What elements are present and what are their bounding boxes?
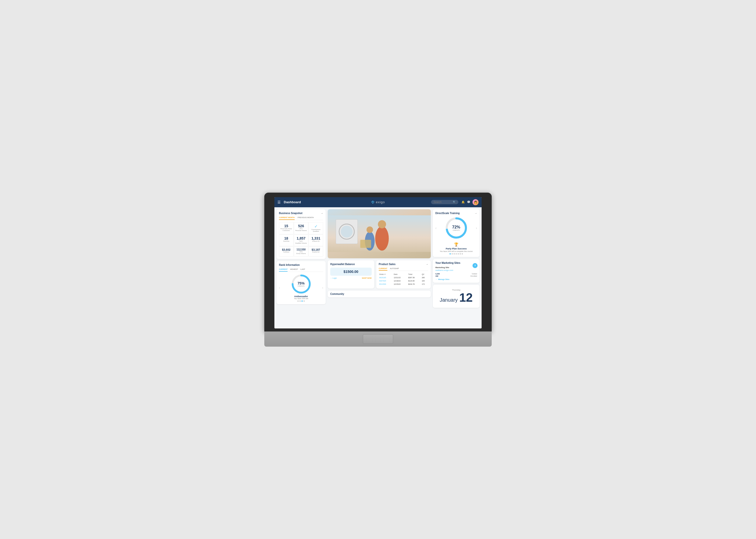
marketing-sites-card: Your Marketing Sites Marketing Site swil… (433, 259, 480, 283)
rank-circle: 75% COMPLETE (291, 274, 311, 294)
tab-highest-rank[interactable]: HIGHEST (290, 269, 298, 271)
menu-button[interactable]: ☰ (277, 200, 281, 204)
snapshot-arrow[interactable]: → (321, 212, 323, 215)
qv-3: 172 (422, 283, 428, 285)
rank-content: ‹ 75% COMPL (279, 274, 323, 302)
search-bar[interactable]: 🔍 (431, 200, 458, 204)
login-link[interactable]: → Login (330, 277, 337, 279)
share-button[interactable]: ⬆ (472, 263, 478, 268)
marketing-site-name: Marketing Site (435, 266, 477, 269)
order-link-2[interactable]: 6307925 (379, 279, 393, 282)
visited-label: Visited (472, 273, 477, 275)
gv-sub: (GV) (295, 251, 308, 253)
pac-value: 15 (280, 224, 293, 228)
rank-dot-3 (302, 300, 303, 302)
page-title: Dashboard (284, 200, 301, 204)
tab-current-rank[interactable]: CURRENT (279, 269, 288, 271)
sales-table: Order # Date Total QV 6629185 (379, 272, 428, 286)
enrolled-num: 182 (435, 275, 438, 277)
marketing-stat-enrolled: 182 Enrolled (435, 275, 477, 277)
order-link-1[interactable]: 6629185 (379, 276, 393, 279)
manage-sites-link[interactable]: → Manage Sites (435, 278, 477, 280)
trackpad[interactable] (363, 334, 393, 344)
svg-point-7 (341, 226, 353, 238)
training-dot-7 (462, 253, 463, 255)
training-next[interactable]: › (476, 226, 477, 230)
gv-label: Group Volume (295, 253, 308, 255)
hyperwallet-header: Hyperwallet Balance (330, 263, 372, 266)
qv-sub: (QV) (295, 240, 308, 242)
total-1: $397.58 (408, 276, 422, 279)
hyperwallet-actions: → Login SHOP NOW (330, 277, 372, 279)
chat-icon[interactable]: 💬 (467, 200, 470, 204)
date-3: 12/15/22 (394, 283, 408, 285)
pv-value: 526 (295, 224, 308, 228)
rank-circle-container: 75% COMPLETE Ambassador You have 25% lef… (281, 274, 321, 302)
qv-2: 100 (422, 279, 428, 282)
training-nav: DirectScale Training → (435, 212, 477, 215)
training-arrow[interactable]: → (475, 212, 477, 215)
shop-now-link[interactable]: SHOP NOW (362, 277, 372, 279)
hyperwallet-title: Hyperwallet Balance (330, 263, 355, 266)
tab-autoship-sales[interactable]: AUTOSHIP (390, 268, 399, 270)
hero-card: Holding Nature to a Higher Standard Dire… (328, 209, 431, 258)
fs-value: $3,602 (280, 248, 293, 251)
training-course-sub: You have 28% left to complete this cours… (435, 251, 477, 252)
training-card: DirectScale Training → ‹ (433, 209, 480, 257)
pv-sub: (PV) (295, 228, 308, 230)
svg-point-9 (378, 220, 386, 228)
total-2: $123.60 (408, 279, 422, 282)
svg-point-11 (367, 226, 373, 233)
rank-prev-button[interactable]: ‹ (279, 286, 280, 289)
rank-information-card: Rank Information CURRENT HIGHEST LAST ‹ (276, 261, 326, 304)
snapshot-cell-qv: 1,857 (QV) Qualified Volume (294, 235, 309, 246)
sales-tabs: CURRENT AUTOSHIP (379, 268, 428, 271)
bell-icon[interactable]: 🔔 (461, 200, 465, 204)
check-icon: ✓ (309, 224, 323, 229)
tab-current-sales[interactable]: CURRENT (379, 268, 387, 270)
snapshot-cell-fs: $3,602 FastStart (279, 246, 294, 257)
qv-value: 1,857 (295, 236, 308, 240)
search-icon: 🔍 (453, 201, 456, 203)
marketing-site-url[interactable]: swilliams.exigo.com (435, 269, 453, 271)
sqv2-label: Shared QV (309, 251, 323, 253)
avatar[interactable]: 👩 (472, 199, 479, 205)
sqv2-value: $3,187 (309, 248, 323, 251)
laptop-base (264, 332, 492, 346)
svg-point-8 (375, 226, 389, 251)
hero-image (328, 209, 431, 258)
col-total: Total (408, 273, 422, 276)
tab-previous-month[interactable]: PREVIOUS MONTH (298, 217, 314, 220)
rank-name: Ambassador (294, 295, 308, 298)
training-dot-4 (456, 253, 457, 255)
snapshot-cell-cq: ✓ Commissions Qualified (309, 222, 323, 235)
hyperwallet-amount: $1500.00 (332, 270, 370, 274)
training-prev[interactable]: ‹ (435, 226, 436, 230)
col-order: Order # (379, 273, 393, 276)
marketing-stat-visited: 4,200 Visited (435, 273, 477, 275)
order-link-3[interactable]: 6312936 (379, 283, 393, 285)
autoship-value: 18 (280, 236, 293, 240)
svg-rect-12 (360, 240, 371, 248)
total-3: $244.78 (408, 283, 422, 285)
date-card: Thursday January 12 (433, 285, 480, 308)
sqv-label: Shared QV (309, 240, 323, 242)
training-circle: 72% COMPLETE (445, 217, 468, 239)
table-header-row: Order # Date Total QV (379, 273, 428, 276)
bottom-row: Hyperwallet Balance $1500.00 → Login (328, 260, 431, 288)
left-column: Business Snapshot → CURRENT MONTH PREVIO… (276, 209, 326, 327)
qv-label: Qualified Volume (295, 242, 308, 244)
snapshot-tabs: CURRENT MONTH PREVIOUS MONTH (279, 217, 323, 220)
sales-arrow[interactable]: → (426, 263, 428, 266)
date-1: 12/21/22 (394, 276, 408, 279)
marketing-header: Your Marketing Sites (435, 262, 477, 264)
cq-label: Commissions Qualified (309, 229, 323, 233)
search-input[interactable] (433, 201, 451, 203)
tab-current-month[interactable]: CURRENT MONTH (279, 217, 295, 220)
rank-next-button[interactable]: › (322, 286, 323, 289)
rank-dot-2 (299, 300, 301, 302)
tab-last-rank[interactable]: LAST (300, 269, 305, 271)
trophy-icon: 🏆 (435, 242, 477, 246)
table-row: 6312936 12/15/22 $244.78 172 (379, 283, 428, 285)
sales-header: Product Sales → (379, 263, 428, 266)
